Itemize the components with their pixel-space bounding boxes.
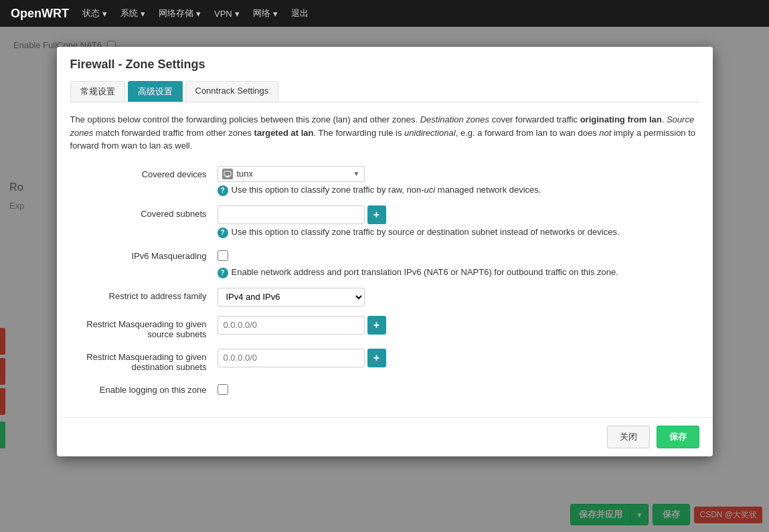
save-button[interactable]: 保存 (657, 426, 699, 448)
modal-body: The options below control the forwarding… (57, 102, 713, 417)
hint-icon-subnets: ? (218, 228, 228, 238)
form-row-covered-devices: Covered devices (70, 166, 699, 196)
masq-source-wrap: + (218, 316, 699, 335)
modal-title: Firewall - Zone Settings (70, 58, 699, 72)
ipv6-masq-checkbox[interactable] (218, 250, 228, 261)
label-ipv6-masq: IPv6 Masquerading (70, 248, 218, 261)
masq-dest-add-btn[interactable]: + (367, 349, 386, 367)
tabs-container: 常规设置 高级设置 Conntrack Settings (70, 81, 699, 102)
form-row-covered-subnets: Covered subnets + ? Use this option to c… (70, 205, 699, 238)
label-masq-dest: Restrict Masquerading to given destinati… (70, 349, 218, 372)
covered-subnets-add-btn[interactable]: + (367, 205, 386, 224)
modal-dialog: Firewall - Zone Settings 常规设置 高级设置 Connt… (57, 47, 713, 456)
tab-conntrack[interactable]: Conntrack Settings (185, 81, 279, 102)
covered-devices-wrap: tunx ▼ ? Use this option to classify zon… (218, 166, 699, 196)
svg-rect-2 (226, 177, 230, 177)
covered-subnets-input-wrap: + (218, 205, 699, 224)
logging-wrap (218, 381, 699, 397)
masq-source-input[interactable] (218, 316, 365, 335)
label-logging: Enable logging on this zone (70, 381, 218, 395)
ipv6-masq-hint: ? Enable network address and port transl… (218, 267, 699, 278)
covered-subnets-wrap: + ? Use this option to classify zone tra… (218, 205, 699, 238)
covered-subnets-hint: ? Use this option to classify zone traff… (218, 227, 699, 238)
modal-header: Firewall - Zone Settings 常规设置 高级设置 Connt… (57, 47, 713, 102)
modal-footer: 关闭 保存 (57, 417, 713, 456)
svg-rect-1 (226, 176, 229, 177)
form-row-masq-dest: Restrict Masquerading to given destinati… (70, 349, 699, 372)
logging-checkbox[interactable] (218, 384, 228, 395)
nav-vpn[interactable]: VPN ▾ (214, 9, 240, 19)
hint-icon: ? (218, 185, 228, 196)
label-masq-source: Restrict Masquerading to given source su… (70, 316, 218, 339)
covered-devices-select-wrap: tunx ▼ (218, 166, 699, 182)
covered-subnets-input[interactable] (218, 205, 365, 224)
nav-network[interactable]: 网络 ▾ (253, 7, 278, 19)
tab-advanced[interactable]: 高级设置 (128, 81, 183, 102)
nav-storage[interactable]: 网络存储 ▾ (159, 7, 201, 19)
addr-family-select[interactable]: IPv4 and IPv6 IPv4 only IPv6 only (218, 288, 365, 306)
form-row-ipv6-masq: IPv6 Masquerading ? Enable network addre… (70, 248, 699, 278)
hint-icon-ipv6: ? (218, 268, 228, 278)
label-covered-devices: Covered devices (70, 166, 218, 179)
masq-source-input-wrap: + (218, 316, 699, 335)
nav-logout[interactable]: 退出 (291, 7, 309, 19)
form-row-masq-source: Restrict Masquerading to given source su… (70, 316, 699, 339)
tab-general[interactable]: 常规设置 (70, 81, 125, 102)
select-arrow-icon: ▼ (353, 170, 360, 177)
ipv6-masq-wrap: ? Enable network address and port transl… (218, 248, 699, 278)
form-row-logging: Enable logging on this zone (70, 381, 699, 397)
close-button[interactable]: 关闭 (607, 426, 650, 448)
svg-rect-0 (224, 171, 231, 176)
form-row-addr-family: Restrict to address family IPv4 and IPv6… (70, 288, 699, 306)
masq-dest-input-wrap: + (218, 349, 699, 367)
addr-family-wrap: IPv4 and IPv6 IPv4 only IPv6 only (218, 288, 699, 306)
device-name: tunx (237, 169, 349, 179)
masq-dest-input[interactable] (218, 349, 365, 367)
label-addr-family: Restrict to address family (70, 288, 218, 301)
masq-dest-wrap: + (218, 349, 699, 367)
brand: OpenWRT (11, 7, 69, 21)
modal-description: The options below control the forwarding… (70, 113, 699, 153)
modal-overlay: Firewall - Zone Settings 常规设置 高级设置 Connt… (0, 27, 769, 532)
device-icon (222, 169, 233, 179)
masq-source-add-btn[interactable]: + (367, 316, 386, 335)
covered-devices-hint: ? Use this option to classify zone traff… (218, 185, 699, 196)
nav-status[interactable]: 状态 ▾ (82, 7, 107, 19)
covered-devices-select[interactable]: tunx ▼ (218, 166, 365, 182)
label-covered-subnets: Covered subnets (70, 205, 218, 219)
nav-system[interactable]: 系统 ▾ (120, 7, 145, 19)
navbar: OpenWRT 状态 ▾ 系统 ▾ 网络存储 ▾ VPN ▾ 网络 ▾ 退出 (0, 0, 769, 27)
page-background: Enable FullCone NAT6 Ro Exp Firewall - Z… (0, 27, 769, 532)
